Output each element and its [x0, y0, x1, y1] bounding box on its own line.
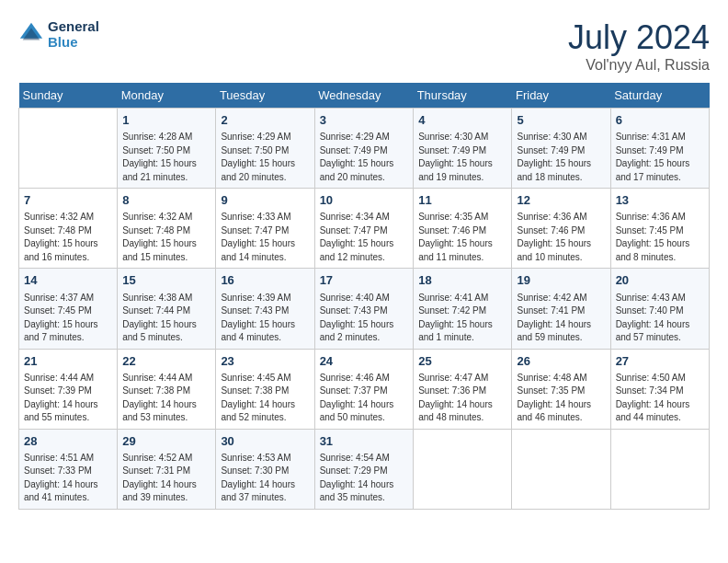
- page-header: General Blue July 2024 Vol'nyy Aul, Russ…: [18, 18, 710, 74]
- day-number: 5: [517, 112, 605, 129]
- cell-content: Sunrise: 4:29 AM Sunset: 7:49 PM Dayligh…: [320, 131, 409, 184]
- cell-content: Sunrise: 4:52 AM Sunset: 7:31 PM Dayligh…: [122, 452, 210, 505]
- day-number: 16: [221, 272, 309, 289]
- calendar-cell: 17Sunrise: 4:40 AM Sunset: 7:43 PM Dayli…: [314, 269, 414, 349]
- cell-content: Sunrise: 4:34 AM Sunset: 7:47 PM Dayligh…: [320, 211, 409, 264]
- calendar-cell: 21Sunrise: 4:44 AM Sunset: 7:39 PM Dayli…: [19, 349, 118, 429]
- day-number: 15: [122, 272, 210, 289]
- cell-content: Sunrise: 4:51 AM Sunset: 7:33 PM Dayligh…: [24, 452, 112, 505]
- logo: General Blue: [18, 18, 99, 50]
- day-number: 18: [418, 272, 506, 289]
- calendar-cell: 2Sunrise: 4:29 AM Sunset: 7:50 PM Daylig…: [216, 109, 314, 189]
- calendar-week-row: 14Sunrise: 4:37 AM Sunset: 7:45 PM Dayli…: [19, 269, 710, 349]
- calendar-cell: 1Sunrise: 4:28 AM Sunset: 7:50 PM Daylig…: [118, 109, 216, 189]
- column-header-monday: Monday: [118, 83, 216, 109]
- calendar-cell: 31Sunrise: 4:54 AM Sunset: 7:29 PM Dayli…: [314, 429, 414, 509]
- title-block: July 2024 Vol'nyy Aul, Russia: [568, 18, 710, 74]
- calendar-cell: 8Sunrise: 4:32 AM Sunset: 7:48 PM Daylig…: [118, 189, 216, 269]
- calendar-week-row: 21Sunrise: 4:44 AM Sunset: 7:39 PM Dayli…: [19, 349, 710, 429]
- calendar-cell: 15Sunrise: 4:38 AM Sunset: 7:44 PM Dayli…: [118, 269, 216, 349]
- cell-content: Sunrise: 4:40 AM Sunset: 7:43 PM Dayligh…: [320, 292, 409, 345]
- calendar-cell: [19, 109, 118, 189]
- logo-icon: [18, 21, 44, 47]
- day-number: 27: [616, 353, 704, 370]
- cell-content: Sunrise: 4:37 AM Sunset: 7:45 PM Dayligh…: [24, 292, 112, 345]
- location-subtitle: Vol'nyy Aul, Russia: [568, 57, 710, 74]
- calendar-cell: 28Sunrise: 4:51 AM Sunset: 7:33 PM Dayli…: [19, 429, 118, 509]
- day-number: 19: [517, 272, 605, 289]
- day-number: 30: [221, 433, 309, 450]
- calendar-cell: 5Sunrise: 4:30 AM Sunset: 7:49 PM Daylig…: [512, 109, 610, 189]
- day-number: 17: [320, 272, 409, 289]
- calendar-cell: 30Sunrise: 4:53 AM Sunset: 7:30 PM Dayli…: [216, 429, 314, 509]
- calendar-cell: 9Sunrise: 4:33 AM Sunset: 7:47 PM Daylig…: [216, 189, 314, 269]
- calendar-cell: 10Sunrise: 4:34 AM Sunset: 7:47 PM Dayli…: [314, 189, 414, 269]
- cell-content: Sunrise: 4:38 AM Sunset: 7:44 PM Dayligh…: [122, 292, 210, 345]
- calendar-cell: 25Sunrise: 4:47 AM Sunset: 7:36 PM Dayli…: [414, 349, 512, 429]
- day-number: 12: [517, 192, 605, 209]
- day-number: 31: [320, 433, 409, 450]
- day-number: 28: [24, 433, 112, 450]
- calendar-cell: 27Sunrise: 4:50 AM Sunset: 7:34 PM Dayli…: [610, 349, 709, 429]
- calendar-week-row: 7Sunrise: 4:32 AM Sunset: 7:48 PM Daylig…: [19, 189, 710, 269]
- day-number: 23: [221, 353, 309, 370]
- column-header-thursday: Thursday: [414, 83, 512, 109]
- calendar-cell: [414, 429, 512, 509]
- calendar-cell: 14Sunrise: 4:37 AM Sunset: 7:45 PM Dayli…: [19, 269, 118, 349]
- cell-content: Sunrise: 4:31 AM Sunset: 7:49 PM Dayligh…: [616, 131, 704, 184]
- cell-content: Sunrise: 4:54 AM Sunset: 7:29 PM Dayligh…: [320, 452, 409, 505]
- column-header-saturday: Saturday: [610, 83, 709, 109]
- calendar-cell: 26Sunrise: 4:48 AM Sunset: 7:35 PM Dayli…: [512, 349, 610, 429]
- calendar-cell: 23Sunrise: 4:45 AM Sunset: 7:38 PM Dayli…: [216, 349, 314, 429]
- calendar-cell: 11Sunrise: 4:35 AM Sunset: 7:46 PM Dayli…: [414, 189, 512, 269]
- cell-content: Sunrise: 4:43 AM Sunset: 7:40 PM Dayligh…: [616, 292, 704, 345]
- cell-content: Sunrise: 4:28 AM Sunset: 7:50 PM Dayligh…: [122, 131, 210, 184]
- calendar-cell: 7Sunrise: 4:32 AM Sunset: 7:48 PM Daylig…: [19, 189, 118, 269]
- column-header-tuesday: Tuesday: [216, 83, 314, 109]
- logo-text-blue: Blue: [48, 34, 99, 50]
- day-number: 8: [122, 192, 210, 209]
- cell-content: Sunrise: 4:47 AM Sunset: 7:36 PM Dayligh…: [418, 372, 506, 425]
- cell-content: Sunrise: 4:48 AM Sunset: 7:35 PM Dayligh…: [517, 372, 605, 425]
- cell-content: Sunrise: 4:44 AM Sunset: 7:38 PM Dayligh…: [122, 372, 210, 425]
- cell-content: Sunrise: 4:46 AM Sunset: 7:37 PM Dayligh…: [320, 372, 409, 425]
- column-header-sunday: Sunday: [19, 83, 118, 109]
- day-number: 2: [221, 112, 309, 129]
- month-year-title: July 2024: [568, 18, 710, 57]
- calendar-cell: 18Sunrise: 4:41 AM Sunset: 7:42 PM Dayli…: [414, 269, 512, 349]
- cell-content: Sunrise: 4:45 AM Sunset: 7:38 PM Dayligh…: [221, 372, 309, 425]
- day-number: 7: [24, 192, 112, 209]
- cell-content: Sunrise: 4:50 AM Sunset: 7:34 PM Dayligh…: [616, 372, 704, 425]
- cell-content: Sunrise: 4:36 AM Sunset: 7:46 PM Dayligh…: [517, 211, 605, 264]
- calendar-cell: 12Sunrise: 4:36 AM Sunset: 7:46 PM Dayli…: [512, 189, 610, 269]
- calendar-cell: [610, 429, 709, 509]
- cell-content: Sunrise: 4:36 AM Sunset: 7:45 PM Dayligh…: [616, 211, 704, 264]
- calendar-cell: 19Sunrise: 4:42 AM Sunset: 7:41 PM Dayli…: [512, 269, 610, 349]
- day-number: 9: [221, 192, 309, 209]
- calendar-cell: 24Sunrise: 4:46 AM Sunset: 7:37 PM Dayli…: [314, 349, 414, 429]
- day-number: 22: [122, 353, 210, 370]
- day-number: 20: [616, 272, 704, 289]
- calendar-table: SundayMondayTuesdayWednesdayThursdayFrid…: [18, 83, 710, 510]
- day-number: 13: [616, 192, 704, 209]
- logo-text-general: General: [48, 18, 99, 34]
- day-number: 29: [122, 433, 210, 450]
- cell-content: Sunrise: 4:32 AM Sunset: 7:48 PM Dayligh…: [24, 211, 112, 264]
- calendar-cell: 6Sunrise: 4:31 AM Sunset: 7:49 PM Daylig…: [610, 109, 709, 189]
- cell-content: Sunrise: 4:32 AM Sunset: 7:48 PM Dayligh…: [122, 211, 210, 264]
- day-number: 4: [418, 112, 506, 129]
- day-number: 6: [616, 112, 704, 129]
- calendar-cell: 20Sunrise: 4:43 AM Sunset: 7:40 PM Dayli…: [610, 269, 709, 349]
- calendar-cell: 29Sunrise: 4:52 AM Sunset: 7:31 PM Dayli…: [118, 429, 216, 509]
- cell-content: Sunrise: 4:30 AM Sunset: 7:49 PM Dayligh…: [418, 131, 506, 184]
- day-number: 14: [24, 272, 112, 289]
- day-number: 25: [418, 353, 506, 370]
- calendar-cell: 4Sunrise: 4:30 AM Sunset: 7:49 PM Daylig…: [414, 109, 512, 189]
- day-number: 11: [418, 192, 506, 209]
- calendar-cell: [512, 429, 610, 509]
- cell-content: Sunrise: 4:29 AM Sunset: 7:50 PM Dayligh…: [221, 131, 309, 184]
- calendar-week-row: 28Sunrise: 4:51 AM Sunset: 7:33 PM Dayli…: [19, 429, 710, 509]
- day-number: 1: [122, 112, 210, 129]
- day-number: 24: [320, 353, 409, 370]
- calendar-week-row: 1Sunrise: 4:28 AM Sunset: 7:50 PM Daylig…: [19, 109, 710, 189]
